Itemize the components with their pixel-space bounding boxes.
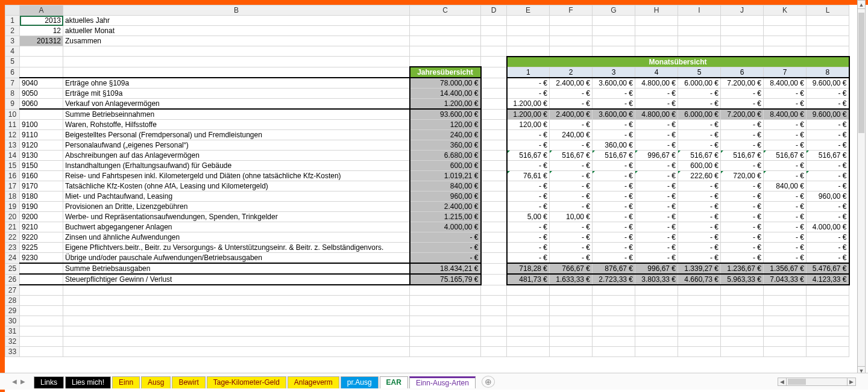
- month-cell[interactable]: - €: [593, 191, 635, 202]
- code-cell[interactable]: 9050: [20, 89, 63, 99]
- desc-cell[interactable]: Abschreibungen auf das Anlagevermögen: [63, 151, 410, 161]
- scroll-left-arrow[interactable]: ◀: [778, 378, 787, 385]
- month-cell[interactable]: 120,00 €: [507, 120, 550, 130]
- code-cell[interactable]: 9160: [20, 171, 63, 181]
- month-cell[interactable]: - €: [721, 222, 764, 232]
- month-cell[interactable]: - €: [550, 99, 593, 110]
- month-cell[interactable]: - €: [635, 181, 678, 191]
- month-cell[interactable]: 516,67 €: [593, 151, 635, 161]
- month-cell[interactable]: - €: [507, 253, 550, 264]
- month-cell[interactable]: - €: [507, 161, 550, 171]
- month-cell[interactable]: - €: [550, 89, 593, 99]
- month-cell[interactable]: - €: [635, 99, 678, 110]
- month-cell[interactable]: 4.800,00 €: [635, 109, 678, 120]
- month-cell[interactable]: - €: [550, 253, 593, 264]
- row-header[interactable]: 29: [5, 305, 20, 316]
- month-cell[interactable]: 4.660,73 €: [678, 274, 721, 285]
- desc-cell[interactable]: Miet- und Pachtaufwand, Leasing: [63, 191, 410, 202]
- row-header[interactable]: 5: [5, 57, 20, 67]
- row-header[interactable]: 31: [5, 326, 20, 336]
- month-cell[interactable]: - €: [721, 202, 764, 212]
- month-cell[interactable]: - €: [764, 191, 807, 202]
- month-cell[interactable]: 516,67 €: [764, 151, 807, 161]
- month-col-8[interactable]: 8: [807, 67, 849, 78]
- year-cell[interactable]: 1.215,00 €: [410, 212, 481, 222]
- month-cell[interactable]: 6.000,00 €: [678, 109, 721, 120]
- month-cell[interactable]: - €: [593, 130, 635, 140]
- scroll-thumb[interactable]: [858, 13, 864, 133]
- month-cell[interactable]: 4.800,00 €: [635, 78, 678, 89]
- month-cell[interactable]: - €: [550, 222, 593, 232]
- cell-A3[interactable]: 201312: [20, 36, 63, 46]
- month-cell[interactable]: - €: [507, 243, 550, 253]
- month-cell[interactable]: - €: [593, 243, 635, 253]
- code-cell[interactable]: 9180: [20, 191, 63, 202]
- month-cell[interactable]: - €: [807, 253, 849, 264]
- month-col-1[interactable]: 1: [507, 67, 550, 78]
- month-cell[interactable]: - €: [721, 181, 764, 191]
- col-header-E[interactable]: E: [507, 5, 550, 16]
- code-cell[interactable]: 9210: [20, 222, 63, 232]
- month-cell[interactable]: - €: [678, 191, 721, 202]
- row-header[interactable]: 16: [5, 171, 20, 181]
- row-header[interactable]: 10: [5, 109, 20, 120]
- code-cell[interactable]: 9220: [20, 232, 63, 243]
- row-header[interactable]: 2: [5, 26, 20, 36]
- month-cell[interactable]: - €: [678, 232, 721, 243]
- month-cell[interactable]: - €: [807, 232, 849, 243]
- col-header-L[interactable]: L: [807, 5, 849, 16]
- row-header[interactable]: 7: [5, 78, 20, 89]
- month-cell[interactable]: 3.803,33 €: [635, 274, 678, 285]
- month-cell[interactable]: 516,67 €: [678, 151, 721, 161]
- col-header-G[interactable]: G: [593, 5, 635, 16]
- month-cell[interactable]: - €: [635, 243, 678, 253]
- month-cell[interactable]: - €: [507, 130, 550, 140]
- month-cell[interactable]: - €: [593, 212, 635, 222]
- month-cell[interactable]: - €: [807, 202, 849, 212]
- code-cell[interactable]: 9150: [20, 161, 63, 171]
- month-cell[interactable]: - €: [721, 130, 764, 140]
- month-cell[interactable]: 516,67 €: [721, 151, 764, 161]
- month-cell[interactable]: - €: [635, 130, 678, 140]
- sheet-tab[interactable]: Lies mich!: [65, 376, 111, 388]
- year-cell[interactable]: 1.019,21 €: [410, 171, 481, 181]
- month-cell[interactable]: - €: [764, 253, 807, 264]
- month-cell[interactable]: 481,73 €: [507, 274, 550, 285]
- col-header-D[interactable]: D: [481, 5, 507, 16]
- month-cell[interactable]: - €: [507, 140, 550, 151]
- cell-A2[interactable]: 12: [20, 26, 63, 36]
- desc-cell[interactable]: Tatsächliche Kfz-Kosten (ohne AfA, Leasi…: [63, 181, 410, 191]
- month-cell[interactable]: - €: [721, 191, 764, 202]
- month-cell[interactable]: 9.600,00 €: [807, 78, 849, 89]
- month-cell[interactable]: 2.400,00 €: [550, 78, 593, 89]
- month-cell[interactable]: - €: [721, 99, 764, 110]
- spreadsheet-grid[interactable]: A B C D E F G H I J K L 1 2013 aktuelles…: [5, 5, 850, 357]
- month-cell[interactable]: - €: [550, 161, 593, 171]
- month-cell[interactable]: - €: [764, 120, 807, 130]
- month-cell[interactable]: - €: [807, 140, 849, 151]
- month-cell[interactable]: - €: [764, 130, 807, 140]
- code-cell[interactable]: [20, 263, 63, 274]
- code-cell[interactable]: [20, 109, 63, 120]
- month-cell[interactable]: - €: [635, 191, 678, 202]
- row-header[interactable]: 6: [5, 67, 20, 78]
- month-cell[interactable]: - €: [507, 191, 550, 202]
- month-cell[interactable]: 10,00 €: [550, 212, 593, 222]
- col-header-J[interactable]: J: [721, 5, 764, 16]
- month-cell[interactable]: - €: [550, 191, 593, 202]
- month-cell[interactable]: - €: [550, 140, 593, 151]
- month-cell[interactable]: 600,00 €: [678, 161, 721, 171]
- year-cell[interactable]: 840,00 €: [410, 181, 481, 191]
- scroll-right-arrow[interactable]: ▶: [847, 378, 855, 385]
- month-cell[interactable]: 4.123,33 €: [807, 274, 849, 285]
- col-header-C[interactable]: C: [410, 5, 481, 16]
- col-header-A[interactable]: A: [20, 5, 63, 16]
- sheet-tab[interactable]: EAR: [380, 376, 408, 388]
- month-cell[interactable]: 9.600,00 €: [807, 109, 849, 120]
- desc-cell[interactable]: Reise- und Fahrtspesen inkl. Kilometerge…: [63, 171, 410, 181]
- year-cell[interactable]: - €: [410, 232, 481, 243]
- vertical-scrollbar[interactable]: ▲ ▼: [857, 2, 866, 375]
- desc-cell[interactable]: Personalaufwand („eigenes Personal“): [63, 140, 410, 151]
- tab-nav-prev[interactable]: ◀: [11, 377, 18, 387]
- month-cell[interactable]: - €: [550, 120, 593, 130]
